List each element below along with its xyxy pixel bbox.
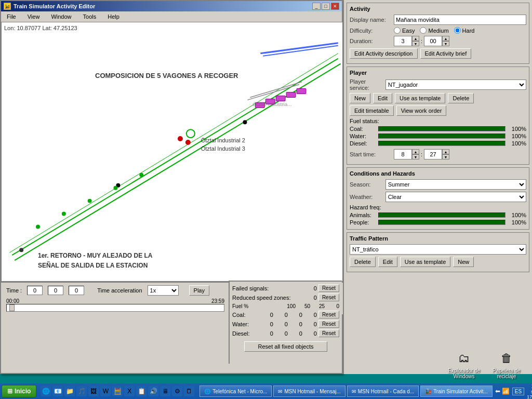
explorer-icon-img: 🗂 [456,350,472,367]
traffic-new-button[interactable]: New [453,257,474,267]
duration-hours-up[interactable]: ▲ [412,36,419,41]
player-new-button[interactable]: New [350,93,370,103]
day-display: sábado [527,389,532,394]
time-seconds[interactable]: 0 [69,286,84,295]
recycle-bin-icon[interactable]: 🗑 Papelera dereciclaje [493,350,521,379]
duration-mins-spinbtns: ▲ ▼ [442,36,449,46]
failed-signals-reset[interactable]: Reset [318,284,339,292]
extra-icon3[interactable]: 🖥 [160,386,170,396]
progress-start: 00:00 [6,298,19,304]
start-mins-input[interactable] [424,149,442,159]
progress-bar[interactable] [6,304,224,312]
menu-help[interactable]: Help [104,12,123,21]
reduced-speed-reset[interactable]: Reset [318,294,339,301]
edit-description-button[interactable]: Edit Activity description [350,48,418,59]
weather-dropdown[interactable]: ClearRainSnowOvercast [385,192,526,202]
display-name-input[interactable]: Mañana movidita [394,15,526,25]
media-icon[interactable]: 🎵 [76,386,87,396]
accel-dropdown[interactable]: 1x2x4x8x [148,285,179,296]
player-service-dropdown[interactable]: NT_jugador [385,79,526,90]
duration-hours-down[interactable]: ▼ [412,41,419,46]
traffic-edit-button[interactable]: Edit [378,257,397,267]
people-hazard-row: People: 100% [350,219,526,225]
display-name-label: Display name: [350,17,391,23]
start-hours-up[interactable]: ▲ [412,149,419,154]
duration-mins-input[interactable] [424,36,442,46]
ie-icon[interactable]: 🌐 [41,386,51,396]
start-hours-down[interactable]: ▼ [412,154,419,159]
duration-hours-input[interactable] [394,36,412,46]
map-svg: Ötztal Industrial 2 Ötztal Industrial 3 … [2,22,342,281]
calc-icon[interactable]: 🧮 [112,386,123,396]
diesel-v3: 0 [289,330,302,337]
edit-timetable-button[interactable]: Edit timetable [350,105,394,116]
edit-brief-button[interactable]: Edit Activity brief [420,48,472,59]
extra-icon1[interactable]: 📋 [136,386,147,396]
coal-reset[interactable]: Reset [318,311,339,318]
excel-icon[interactable]: X [124,386,135,396]
taskbar-app-msn2[interactable]: ✉ MSN Hotmail - Cada d... [347,385,419,397]
player-delete-button[interactable]: Delete [448,93,474,103]
explorer-icon[interactable]: 🗂 Explorador deWindows [448,350,480,379]
player-template-button[interactable]: Use as template [395,93,445,103]
coal-row: Coal: 0 0 0 0 Reset [232,311,339,318]
reset-all-button[interactable]: Reset all fixed objects [244,341,327,352]
start-button[interactable]: ⊞ Inicio [2,385,36,397]
hazard-freq-label: Hazard freq: [350,204,526,210]
maximize-button[interactable]: □ [322,3,330,10]
duration-mins-up[interactable]: ▲ [442,36,449,41]
window-title: Train Simulator Activity Editor [14,3,95,9]
date-display: 17/04/2004 [527,394,532,399]
view-work-order-button[interactable]: View work order [396,105,447,116]
menu-window[interactable]: Window [48,12,74,21]
menu-tools[interactable]: Tools [80,12,100,21]
difficulty-easy[interactable]: Easy [394,27,415,34]
diesel-reset[interactable]: Reset [318,329,339,337]
season-label: Season: [350,181,383,188]
svg-text:Ötztal Industrial 2: Ötztal Industrial 2 [201,137,245,143]
email-icon[interactable]: 📧 [52,386,63,396]
difficulty-row: Difficulty: Easy Medium Hard [350,27,526,34]
taskbar-app-telefonica[interactable]: 🌐 Telefónica Net - Micro... [200,385,272,397]
msn1-label: MSN Hotmail - Mensaj... [284,389,340,394]
difficulty-hard[interactable]: Hard [454,27,475,34]
duration-mins-down[interactable]: ▼ [442,41,449,46]
minimize-button[interactable]: _ [312,3,321,10]
start-hours-input[interactable] [394,149,412,159]
title-bar: 🚂 Train Simulator Activity Editor _ □ ✕ [1,1,342,11]
water-reset[interactable]: Reset [318,320,339,328]
coal-fuel-pct: 100% [508,126,526,132]
app-icon: 🚂 [4,3,11,10]
start-mins-down[interactable]: ▼ [442,154,449,159]
menu-view[interactable]: View [24,12,43,21]
reduced-speed-count: 0 [307,295,317,301]
traffic-template-button[interactable]: Use as template [400,257,450,267]
close-button[interactable]: ✕ [331,3,339,10]
animals-bar [379,213,505,217]
coal-fuel-row: Coal: 100% [350,126,526,132]
traffic-delete-button[interactable]: Delete [350,257,376,267]
player-edit-button[interactable]: Edit [373,93,392,103]
play-button[interactable]: Play [189,285,209,296]
diesel-v1: 0 [260,330,273,337]
taskbar-app-msn1[interactable]: ✉ MSN Hotmail - Mensaj... [273,385,345,397]
folder-icon[interactable]: 📁 [64,386,75,396]
extra-icon5[interactable]: 🗒 [184,386,194,396]
traffic-pattern-dropdown[interactable]: NT_tráfico [350,244,526,255]
duration-hours-spinner: ▲ ▼ [394,36,419,46]
player-service-label: Player service: [350,78,383,91]
menu-file[interactable]: File [4,12,19,21]
word-icon[interactable]: W [100,386,111,396]
time-minutes[interactable]: 0 [48,286,63,295]
season-dropdown[interactable]: SummerSpringAutumnWinter [385,179,526,190]
start-mins-up[interactable]: ▲ [442,149,449,154]
difficulty-medium[interactable]: Medium [420,27,448,34]
extra-icon2[interactable]: 🔊 [148,386,158,396]
time-hours[interactable]: 0 [27,286,43,295]
taskbar-app-trainsim[interactable]: 🚂 Train Simulator Activit... [420,385,493,397]
extra-icon4[interactable]: ⚙ [172,386,182,396]
paint-icon[interactable]: 🖼 [88,386,99,396]
taskbar: ⊞ Inicio 🌐 📧 📁 🎵 🖼 W 🧮 X 📋 🔊 🖥 ⚙ 🗒 🌐 Tel… [0,383,532,399]
conditions-section: Conditions and Hazards Season: SummerSpr… [347,167,529,230]
duration-row: Duration: ▲ ▼ : ▲ ▼ [350,36,526,46]
